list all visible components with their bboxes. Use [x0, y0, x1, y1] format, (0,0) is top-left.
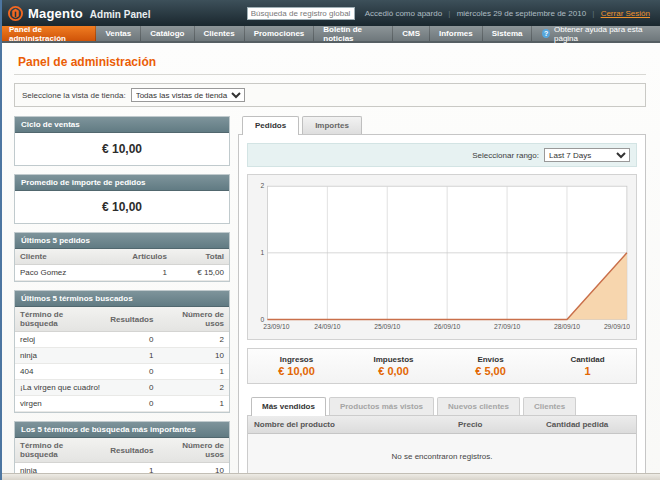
table-header-row: Cliente Artículos Total [15, 249, 229, 265]
orders-chart: 01223/09/1024/09/1025/09/1026/09/1027/09… [247, 174, 637, 340]
nav-item-ventas[interactable]: Ventas [96, 26, 141, 41]
stat-label: Cantidad [539, 355, 636, 364]
table-row[interactable]: virgen01 [15, 396, 229, 412]
stat-impuestos: Impuestos € 0,00 [345, 355, 442, 377]
stat-cantidad: Cantidad 1 [539, 355, 636, 377]
table-row[interactable]: Paco Gomez 1 € 15,00 [15, 265, 229, 281]
cell: 0 [105, 396, 158, 412]
store-view-select[interactable]: Todas las vistas de tienda [131, 88, 245, 102]
nav-item-boletin[interactable]: Boletín de noticias [314, 26, 393, 41]
stat-value: € 5,00 [442, 365, 539, 377]
separator: | [592, 9, 594, 18]
nav-item-catalogo[interactable]: Catálogo [141, 26, 194, 41]
orders-area-chart: 01223/09/1024/09/1025/09/1026/09/1027/09… [254, 180, 630, 337]
tab-mas-vendidos[interactable]: Más vendidos [251, 397, 326, 416]
tab-productos-mas-vistos[interactable]: Productos más vistos [329, 397, 434, 415]
col-usos: Número de usos [158, 438, 229, 463]
table-header-row: Nombre del producto Precio Cantidad pedi… [248, 416, 636, 434]
nav-item-cms[interactable]: CMS [393, 26, 430, 41]
last-search-terms-panel: Últimos 5 términos buscados Término de b… [14, 290, 230, 413]
bestsellers-table: Nombre del producto Precio Cantidad pedi… [247, 415, 637, 480]
table-row[interactable]: 40401 [15, 364, 229, 380]
header-meta: Accedió como apardo | miércoles 29 de se… [365, 9, 650, 18]
dashboard-columns: Ciclo de ventas € 10,00 Promedio de impo… [14, 116, 646, 480]
cell-total: € 15,00 [172, 265, 229, 281]
nav-item-informes[interactable]: Informes [430, 26, 483, 41]
svg-text:27/09/10: 27/09/10 [494, 323, 520, 330]
col-cliente: Cliente [15, 249, 102, 265]
lifetime-sales-value: € 10,00 [15, 133, 229, 165]
global-search-input[interactable] [247, 7, 355, 20]
table-row[interactable]: ninja110 [15, 348, 229, 364]
col-cantidad-pedida: Cantidad pedida [540, 416, 636, 433]
panel-title: Últimos 5 términos buscados [15, 291, 229, 307]
svg-text:28/09/10: 28/09/10 [554, 323, 580, 330]
last-orders-table: Cliente Artículos Total Paco Gomez 1 € 1… [15, 249, 229, 281]
cell: 2 [158, 332, 229, 348]
totals-row: Ingresos € 10,00 Impuestos € 0,00 Envíos… [247, 348, 637, 384]
window-left-border [0, 0, 2, 480]
svg-text:23/09/10: 23/09/10 [263, 323, 289, 330]
cell: reloj [15, 332, 105, 348]
brand: Magento Admin Panel [8, 6, 150, 21]
stat-envios: Envíos € 5,00 [442, 355, 539, 377]
average-orders-value: € 10,00 [15, 191, 229, 223]
stat-label: Ingresos [248, 355, 345, 364]
panel-title: Los 5 términos de búsqueda más important… [15, 422, 229, 438]
logout-link[interactable]: Cerrar Sesión [601, 9, 650, 18]
nav-item-clientes[interactable]: Clientes [195, 26, 245, 41]
tab-pedidos[interactable]: Pedidos [242, 116, 299, 135]
col-precio: Precio [452, 416, 540, 433]
range-bar: Seleccionar rango: Last 7 Days [247, 143, 637, 167]
admin-header: Magento Admin Panel Accedió como apardo … [0, 0, 660, 26]
svg-text:26/09/10: 26/09/10 [434, 323, 460, 330]
title-divider [14, 74, 646, 75]
products-tabs: Más vendidos Productos más vistos Nuevos… [247, 397, 637, 415]
cell: 0 [105, 364, 158, 380]
cell: 10 [158, 348, 229, 364]
last-search-terms-table: Término de búsqueda Resultados Número de… [15, 307, 229, 412]
cell: ¡La virgen que cuadro! [15, 380, 105, 396]
nav-item-dashboard[interactable]: Panel de administración [0, 26, 96, 41]
cell: 404 [15, 364, 105, 380]
stat-value: 1 [539, 365, 636, 377]
cell: virgen [15, 396, 105, 412]
store-view-bar: Seleccione la vista de tienda: Todas las… [14, 83, 646, 107]
range-select[interactable]: Last 7 Days [544, 148, 630, 162]
chart-tabs: Pedidos Importes [238, 116, 646, 134]
tab-clientes[interactable]: Clientes [523, 397, 576, 415]
col-usos: Número de usos [158, 307, 229, 332]
tab-nuevos-clientes[interactable]: Nuevos clientes [437, 397, 520, 415]
help-link[interactable]: ? Obtener ayuda para esta página [532, 26, 660, 41]
magento-logo-icon [8, 6, 23, 21]
col-total: Total [172, 249, 229, 265]
page-title: Panel de administración [14, 51, 646, 74]
cell: ninja [15, 348, 105, 364]
cell: 1 [158, 396, 229, 412]
col-articulos: Artículos [102, 249, 171, 265]
nav-item-promociones[interactable]: Promociones [245, 26, 315, 41]
tab-importes[interactable]: Importes [302, 116, 362, 134]
help-icon: ? [542, 29, 550, 38]
svg-text:2: 2 [261, 182, 265, 189]
separator: | [448, 9, 450, 18]
col-resultados: Resultados [105, 307, 158, 332]
table-row[interactable]: reloj02 [15, 332, 229, 348]
svg-text:1: 1 [261, 249, 265, 256]
chart-panel: Seleccionar rango: Last 7 Days 01223/09/… [238, 134, 646, 480]
svg-text:24/09/10: 24/09/10 [314, 323, 340, 330]
cell-articulos: 1 [102, 265, 171, 281]
stat-ingresos: Ingresos € 10,00 [248, 355, 345, 377]
cell: 2 [158, 380, 229, 396]
brand-name: Magento [28, 6, 83, 21]
col-termino: Término de búsqueda [15, 307, 105, 332]
stat-value: € 10,00 [248, 365, 345, 377]
table-row[interactable]: ¡La virgen que cuadro!02 [15, 380, 229, 396]
nav-item-sistema[interactable]: Sistema [483, 26, 533, 41]
panel-title: Ciclo de ventas [15, 117, 229, 133]
svg-text:0: 0 [261, 316, 265, 323]
table-header-row: Término de búsqueda Resultados Número de… [15, 307, 229, 332]
logged-in-as: Accedió como apardo [365, 9, 442, 18]
stat-label: Envíos [442, 355, 539, 364]
svg-text:25/09/10: 25/09/10 [374, 323, 400, 330]
